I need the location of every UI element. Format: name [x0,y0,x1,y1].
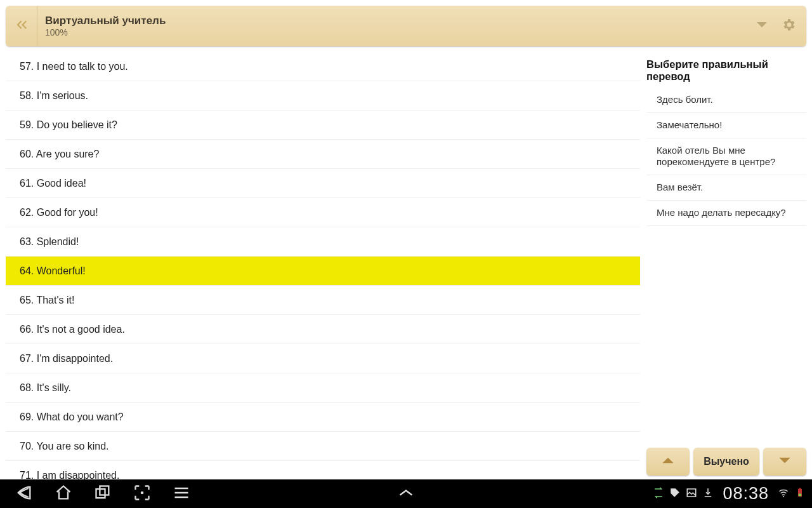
phrase-row[interactable]: 70. You are so kind. [6,432,640,461]
nav-screenshot-icon[interactable] [133,484,151,504]
top-bar: Виртуальный учитель 100% [6,6,806,46]
phrase-row[interactable]: 62. Good for you! [6,198,640,227]
android-navbar: 08:38 [0,479,812,508]
status-image-icon [686,487,697,501]
answer-options: Здесь болит.Замечательно!Какой отель Вы … [646,88,806,226]
status-wifi-icon [778,487,789,501]
phrase-row[interactable]: 65. That's it! [6,286,640,315]
nav-expand-icon[interactable] [397,490,415,500]
phrase-text: 68. It's silly. [20,382,71,394]
svg-point-2 [141,491,144,494]
nav-back-icon[interactable] [15,484,33,504]
phrase-row[interactable]: 59. Do you believe it? [6,110,640,140]
phrase-text: 69. What do you want? [20,411,124,423]
phrase-row[interactable]: 69. What do you want? [6,403,640,432]
phrase-row[interactable]: 63. Splendid! [6,227,640,257]
phrase-row[interactable]: 64. Wonderful! [6,257,640,286]
svg-rect-6 [799,488,801,489]
nav-recent-icon[interactable] [94,484,112,504]
status-battery-icon [794,487,806,501]
phrase-row[interactable]: 60. Are you sure? [6,140,640,169]
phrase-text: 59. Do you believe it? [20,119,117,131]
prev-button[interactable] [646,448,690,476]
phrase-row[interactable]: 61. Good idea! [6,169,640,198]
phrase-text: 60. Are you sure? [20,149,99,160]
status-download-icon [702,487,714,501]
progress-text: 100% [45,27,747,37]
answer-option[interactable]: Здесь болит. [646,88,806,113]
phrase-row[interactable]: 58. I'm serious. [6,81,640,110]
learned-button[interactable]: Выучено [693,448,759,476]
dropdown-icon[interactable] [754,17,769,35]
page-title: Виртуальный учитель [45,15,747,27]
phrase-text: 71. I am disappointed. [20,470,119,480]
answer-prompt: Выберите правильный перевод [646,52,806,88]
phrase-text: 63. Splendid! [20,236,79,248]
answer-option[interactable]: Какой отель Вы мне порекомендуете в цент… [646,138,806,176]
gear-icon[interactable] [781,17,796,35]
top-icons [754,17,806,35]
phrase-row[interactable]: 71. I am disappointed. [6,461,640,479]
phrase-text: 66. It's not a good idea. [20,324,125,335]
chevron-left-double-icon [13,17,30,36]
phrase-text: 65. That's it! [20,295,74,306]
phrase-row[interactable]: 68. It's silly. [6,373,640,403]
phrase-text: 67. I'm disappointed. [20,353,113,364]
phrase-text: 57. I need to talk to you. [20,61,128,72]
nav-menu-icon[interactable] [173,484,190,504]
phrase-list[interactable]: 57. I need to talk to you.58. I'm seriou… [6,52,640,479]
nav-home-icon[interactable] [55,484,72,504]
answer-option[interactable]: Вам везёт. [646,175,806,201]
phrase-text: 58. I'm serious. [20,90,88,102]
phrase-row[interactable]: 57. I need to talk to you. [6,52,640,81]
phrase-row[interactable]: 67. I'm disappointed. [6,344,640,373]
phrase-text: 61. Good idea! [20,178,86,189]
svg-rect-7 [799,493,802,496]
next-button[interactable] [763,448,806,476]
status-sync-icon [653,487,664,501]
answer-option[interactable]: Мне надо делать пересадку? [646,201,806,226]
phrase-text: 62. Good for you! [20,207,98,218]
svg-rect-1 [100,486,108,495]
chevron-down-icon [776,452,793,471]
phrase-row[interactable]: 66. It's not a good idea. [6,315,640,344]
answer-footer: Выучено [646,445,806,479]
chevron-up-icon [660,452,676,471]
title-block: Виртуальный учитель 100% [37,15,754,37]
back-button[interactable] [6,6,37,46]
phrase-text: 64. Wonderful! [20,265,86,277]
phrase-text: 70. You are so kind. [20,441,109,452]
answer-option[interactable]: Замечательно! [646,113,806,138]
status-clock: 08:38 [719,484,773,504]
status-tag-icon [669,487,681,501]
answer-panel: Выберите правильный перевод Здесь болит.… [646,52,806,479]
learned-label: Выучено [704,456,749,467]
svg-point-4 [783,495,784,497]
